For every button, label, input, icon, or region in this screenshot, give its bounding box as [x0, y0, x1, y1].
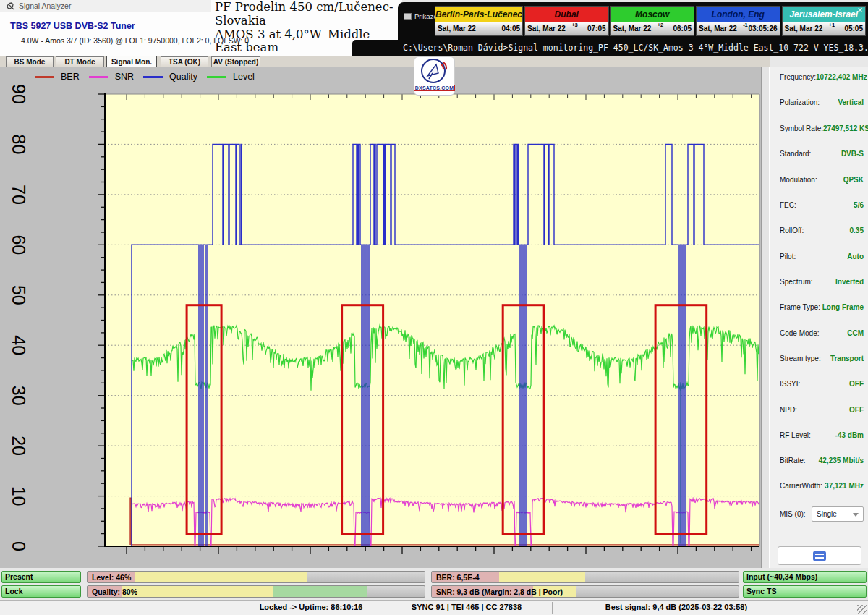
param-frame-type: Frame Type:Long Frame	[780, 303, 864, 315]
param-rf-level: RF Level:-43 dBm	[780, 431, 864, 443]
world-clocks: Berlin-Paris-Lučenec Sat, Mar 2204:05 Du…	[435, 6, 866, 36]
param-frequency: Frequency:10722,402 MHz	[780, 73, 864, 85]
console-window-icon	[404, 13, 412, 20]
param-modulation: Modulation:QPSK	[780, 176, 864, 187]
tab-dt-mode[interactable]: DT Mode	[56, 56, 104, 67]
clock-london: London, Eng Sat, Mar 22-103:05:26	[696, 6, 780, 36]
quality-meter: Quality: 80%	[87, 585, 425, 598]
svg-text:40: 40	[9, 335, 29, 355]
parameter-panel: Frequency:10722,402 MHz Polarization:Ver…	[770, 67, 868, 568]
ber-line-swatch	[35, 76, 54, 78]
console-command-line: C:\Users\Roman Dávid>Signal monitoring_P…	[352, 40, 868, 56]
svg-text:20: 20	[9, 436, 29, 456]
param-fec: FEC:5/6	[780, 201, 864, 213]
tuner-name: TBS 5927 USB DVB-S2 Tuner	[10, 21, 135, 31]
mis-label: MIS (0):	[780, 510, 806, 518]
quality-line-swatch	[143, 76, 163, 78]
console-window[interactable]: Prikazov Berlin-Paris-Lučenec Sat, Mar 2…	[398, 2, 868, 40]
svg-text:80: 80	[9, 134, 29, 154]
clock-offset: +2	[658, 22, 664, 28]
svg-text:70: 70	[9, 184, 29, 205]
svg-text:0: 0	[9, 541, 29, 551]
tab-signal-mon[interactable]: Signal Mon.	[106, 56, 157, 67]
annotation-line-1: PF Prodelin 450 cm/Lučenec-Slovakia	[215, 1, 400, 28]
chart-legend: BER SNR Quality Level	[35, 72, 255, 82]
clock-city-label: Moscow	[611, 7, 694, 22]
snr-line-swatch	[89, 76, 109, 78]
panel-action-button[interactable]	[778, 546, 861, 565]
statusbar-sync-counters: SYNC 91 | TEI 465 | CC 27838	[381, 603, 552, 611]
clock-city-label: Dubai	[525, 7, 608, 22]
param-npd: NPD:OFF	[780, 406, 864, 417]
svg-text:90: 90	[9, 84, 29, 104]
clock-time: 03:05:26	[748, 25, 777, 33]
satellite-dish-icon	[6, 1, 15, 11]
statusbar-separator	[378, 602, 378, 614]
level-meter: Level: 46%	[87, 571, 425, 583]
stacked-lines-icon	[813, 551, 826, 561]
param-spectrum: Spectrum:Inverted	[780, 278, 864, 289]
clock-city-label: Berlin-Paris-Lučenec	[435, 7, 522, 22]
statusbar-best-signal: Best signal: 9,4 dB (2025-03-22 03:58)	[557, 603, 796, 611]
param-stream-type: Stream type:Transport	[780, 355, 864, 366]
param-bitrate: BitRate:42,235 Mbit/s	[780, 457, 864, 468]
clock-time: 06:05	[673, 25, 692, 33]
param-code-mode: Code Mode:CCM	[780, 329, 864, 341]
logo-dish-icon	[419, 57, 451, 86]
level-line-swatch	[207, 76, 226, 78]
param-standard: Standard:DVB-S	[780, 150, 864, 161]
status-bar: Locked -> Uptime: 86:10:16 SYNC 91 | TEI…	[0, 600, 868, 615]
resize-grip[interactable]	[857, 605, 867, 614]
chart-region: 0102030405060708090 BER SNR Quality Leve…	[0, 67, 761, 568]
clock-berlin: Berlin-Paris-Lučenec Sat, Mar 2204:05	[435, 6, 523, 36]
svg-text:50: 50	[9, 285, 29, 305]
param-symbol-rate: Symbol Rate:27497,512 KS/s	[780, 124, 864, 136]
clock-city-label: Jerusalem-Israel	[783, 7, 865, 22]
mis-row: MIS (0): Single	[780, 506, 864, 522]
clock-date: Sat, Mar 22	[438, 25, 476, 33]
param-carrier-width: CarrierWidth:37,121 MHz	[780, 482, 864, 493]
mis-select[interactable]: Single	[812, 506, 864, 522]
tab-bs-mode[interactable]: BS Mode	[6, 56, 54, 67]
statusbar-separator	[552, 602, 553, 614]
present-status-box: Present	[1, 571, 81, 583]
lock-status-box: Lock	[1, 585, 81, 598]
svg-text:10: 10	[9, 486, 29, 506]
close-icon[interactable]: ×	[855, 5, 865, 15]
clock-offset: +1	[829, 22, 835, 28]
sync-ts-status-box: Sync TS	[743, 585, 867, 598]
dxsatcs-logo: DXSATCS.COM	[414, 56, 455, 96]
window-title: Signal Analyzer	[19, 1, 71, 10]
legend-item-snr: SNR	[89, 72, 134, 82]
window-titlebar[interactable]: Signal Analyzer	[0, 0, 211, 12]
panel-divider	[761, 67, 770, 568]
param-issyi: ISSYI:OFF	[780, 380, 864, 391]
legend-item-quality: Quality	[143, 72, 197, 82]
clock-offset: +3	[571, 22, 578, 28]
signal-chart: 0102030405060708090	[0, 67, 761, 568]
param-pilot: Pilot:Auto	[780, 253, 864, 264]
ber-meter: BER: 6,5E-4	[431, 571, 739, 583]
chevron-down-icon	[853, 513, 859, 517]
param-polarization: Polarization:Vertical	[780, 98, 864, 110]
clock-dubai: Dubai Sat, Mar 22+307:05	[524, 6, 608, 36]
clock-time: 07:05	[587, 25, 606, 33]
tab-av[interactable]: AV (Stopped)	[211, 56, 260, 67]
logo-text: DXSATCS.COM	[414, 85, 455, 91]
clock-date: Sat, Mar 22	[527, 25, 566, 33]
clock-city-label: London, Eng	[697, 7, 779, 22]
clock-date: Sat, Mar 22	[613, 25, 652, 33]
legend-item-level: Level	[207, 72, 255, 82]
signal-analyzer-app: Signal Analyzer TBS 5927 USB DVB-S2 Tune…	[0, 0, 868, 615]
clock-moscow: Moscow Sat, Mar 22+206:05	[610, 6, 694, 36]
clock-time: 04:05	[501, 25, 520, 33]
tab-tsa[interactable]: TSA (OK)	[161, 56, 208, 67]
legend-item-ber: BER	[35, 72, 80, 82]
clock-offset: -1	[743, 22, 748, 28]
snr-meter: SNR: 9,3 dB (Margin: 2,8 dB | Poor)	[431, 585, 739, 598]
input-status-box: Input (~40,34 Mbps)	[743, 571, 867, 583]
clock-jerusalem: Jerusalem-Israel Sat, Mar 22+105:05	[782, 6, 866, 36]
clock-date: Sat, Mar 22	[785, 25, 823, 33]
svg-text:60: 60	[9, 234, 29, 255]
tab-strip: BS Mode DT Mode Signal Mon. TSA (OK) AV …	[0, 56, 770, 67]
